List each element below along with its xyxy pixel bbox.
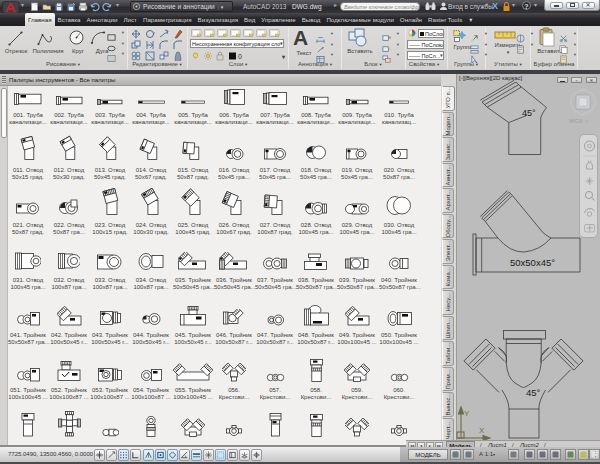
svg-text:45°: 45° <box>522 108 536 118</box>
svg-text:X: X <box>479 426 485 435</box>
svg-text:0: 0 <box>238 53 242 60</box>
svg-text:45°: 45° <box>526 387 541 398</box>
svg-text:50x50x45°: 50x50x45° <box>510 257 555 268</box>
svg-text:Y: Y <box>464 409 470 418</box>
